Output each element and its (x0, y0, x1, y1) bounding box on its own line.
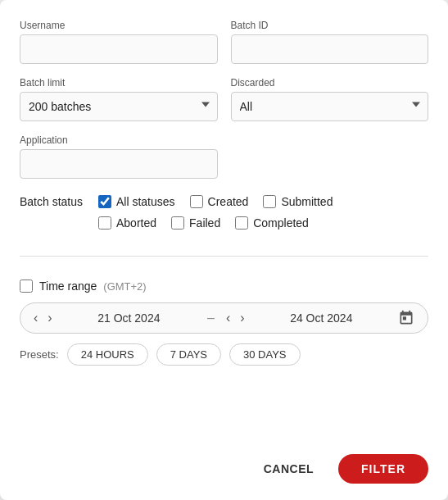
batch-status-row1: Batch status All statuses Created Submit… (20, 195, 428, 208)
end-date-prev-btn[interactable]: ‹ (223, 310, 233, 326)
discarded-select[interactable]: All Yes No (231, 92, 429, 121)
batch-limit-discarded-row: Batch limit 200 batches 100 batches 500 … (20, 77, 428, 121)
divider (20, 256, 428, 257)
checkbox-created-label: Created (208, 195, 249, 208)
checkbox-failed-input[interactable] (171, 216, 184, 230)
batch-id-input[interactable] (231, 34, 429, 64)
batch-limit-label: Batch limit (20, 77, 218, 89)
application-row: Application (20, 134, 428, 179)
time-range-timezone: (GMT+2) (103, 280, 146, 293)
time-range-label: Time range (39, 280, 97, 293)
checkbox-aborted[interactable]: Aborted (98, 216, 156, 230)
checkbox-aborted-label: Aborted (116, 216, 156, 230)
checkbox-aborted-input[interactable] (98, 216, 111, 230)
checkbox-created-input[interactable] (190, 195, 203, 208)
checkbox-all-statuses-label: All statuses (116, 195, 175, 208)
preset-24h-btn[interactable]: 24 HOURS (67, 343, 148, 366)
presets-row: Presets: 24 HOURS 7 DAYS 30 DAYS (20, 343, 428, 366)
end-date-next-btn[interactable]: › (237, 310, 247, 326)
checkbox-failed[interactable]: Failed (171, 216, 220, 230)
application-label: Application (20, 134, 218, 146)
preset-7d-btn[interactable]: 7 DAYS (156, 343, 221, 366)
checkbox-failed-label: Failed (189, 216, 220, 230)
form-section: Username Batch ID Batch limit 200 batche… (20, 20, 428, 366)
batch-status-label: Batch status (20, 195, 93, 208)
batch-id-label: Batch ID (231, 20, 429, 31)
batch-limit-field: Batch limit 200 batches 100 batches 500 … (20, 77, 218, 121)
calendar-icon-btn[interactable] (395, 308, 418, 328)
cancel-button[interactable]: CANCEL (249, 454, 328, 484)
end-date-text: 24 Oct 2024 (251, 311, 391, 325)
start-date-prev-btn[interactable]: ‹ (30, 310, 41, 326)
footer: CANCEL FILTER (20, 434, 428, 484)
filter-dialog: Username Batch ID Batch limit 200 batche… (0, 0, 448, 500)
checkbox-submitted[interactable]: Submitted (263, 195, 333, 208)
checkbox-completed-label: Completed (253, 216, 309, 230)
checkbox-created[interactable]: Created (190, 195, 249, 208)
calendar-icon (398, 310, 414, 326)
time-range-checkbox[interactable] (20, 280, 33, 293)
checkbox-submitted-input[interactable] (263, 195, 276, 208)
batch-limit-select[interactable]: 200 batches 100 batches 500 batches 1000… (20, 92, 218, 121)
date-range-bar: ‹ › 21 Oct 2024 – ‹ › 24 Oct 2024 (20, 302, 428, 334)
start-date-text: 21 Oct 2024 (59, 311, 199, 325)
batch-id-field: Batch ID (231, 20, 429, 64)
batch-status-section: Batch status All statuses Created Submit… (20, 195, 428, 230)
start-date-next-btn[interactable]: › (44, 310, 55, 326)
application-input[interactable] (20, 149, 218, 179)
checkbox-submitted-label: Submitted (281, 195, 333, 208)
presets-label: Presets: (20, 348, 59, 361)
discarded-select-wrapper: All Yes No (231, 92, 429, 121)
username-field: Username (20, 20, 218, 64)
time-range-section: Time range (GMT+2) ‹ › 21 Oct 2024 – ‹ ›… (20, 280, 428, 366)
checkbox-completed[interactable]: Completed (235, 216, 309, 230)
discarded-field: Discarded All Yes No (231, 77, 429, 121)
checkbox-completed-input[interactable] (235, 216, 248, 230)
username-input[interactable] (20, 34, 218, 64)
username-batchid-row: Username Batch ID (20, 20, 428, 64)
date-separator: – (202, 311, 219, 325)
batch-limit-select-wrapper: 200 batches 100 batches 500 batches 1000… (20, 92, 218, 121)
checkbox-all-statuses[interactable]: All statuses (98, 195, 175, 208)
filter-button[interactable]: FILTER (338, 454, 428, 484)
batch-status-checkboxes-row2: Aborted Failed Completed (98, 216, 428, 230)
username-label: Username (20, 20, 218, 31)
checkbox-all-statuses-input[interactable] (98, 195, 111, 208)
time-range-header: Time range (GMT+2) (20, 280, 428, 293)
preset-30d-btn[interactable]: 30 DAYS (229, 343, 301, 366)
application-field: Application (20, 134, 218, 179)
discarded-label: Discarded (231, 77, 429, 89)
batch-status-checkboxes-row1: All statuses Created Submitted (98, 195, 333, 208)
